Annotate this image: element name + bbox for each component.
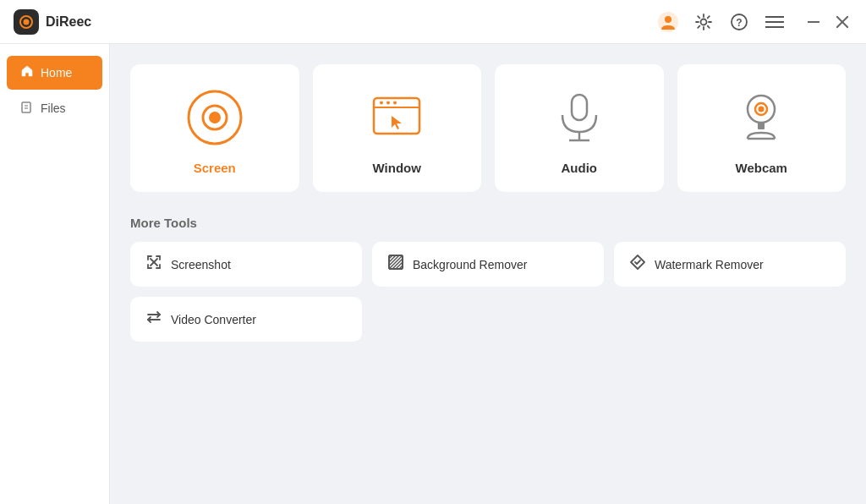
svg-point-3 bbox=[665, 16, 671, 23]
screen-card[interactable]: Screen bbox=[130, 64, 299, 192]
svg-text:?: ? bbox=[736, 17, 742, 29]
recording-cards: Screen Window bbox=[130, 64, 846, 192]
menu-icon[interactable] bbox=[763, 10, 787, 34]
webcam-card[interactable]: Webcam bbox=[677, 64, 847, 192]
files-icon bbox=[20, 100, 34, 117]
title-bar-actions: ? bbox=[656, 10, 852, 34]
sidebar-item-home[interactable]: Home bbox=[7, 56, 102, 90]
app-body: Home Files bbox=[0, 44, 866, 504]
tool-watermark-remover[interactable]: Watermark Remover bbox=[614, 242, 846, 287]
watermark-remover-icon bbox=[629, 254, 646, 275]
svg-point-4 bbox=[701, 19, 707, 25]
webcam-label: Webcam bbox=[736, 161, 787, 175]
help-icon[interactable]: ? bbox=[727, 10, 751, 34]
tool-screenshot-label: Screenshot bbox=[171, 258, 231, 271]
video-converter-icon bbox=[145, 309, 162, 330]
tool-background-remover[interactable]: Background Remover bbox=[372, 242, 604, 287]
window-controls bbox=[803, 12, 852, 32]
sidebar-item-files[interactable]: Files bbox=[7, 91, 102, 125]
svg-rect-13 bbox=[22, 102, 30, 112]
main-content: Screen Window bbox=[110, 44, 866, 504]
svg-point-1 bbox=[24, 19, 30, 25]
settings-icon[interactable] bbox=[692, 10, 715, 34]
svg-point-21 bbox=[380, 101, 383, 105]
window-label: Window bbox=[373, 161, 421, 175]
app-name: DiReec bbox=[46, 14, 91, 30]
audio-label: Audio bbox=[562, 161, 598, 175]
sidebar: Home Files bbox=[0, 44, 110, 504]
more-tools-section: More Tools Screenshot bbox=[130, 216, 846, 342]
tool-video-converter-label: Video Converter bbox=[171, 313, 256, 326]
tool-watermark-remover-label: Watermark Remover bbox=[655, 258, 764, 271]
minimize-button[interactable] bbox=[803, 12, 824, 32]
sidebar-files-label: Files bbox=[41, 101, 66, 115]
logo-icon bbox=[14, 9, 39, 35]
svg-rect-30 bbox=[758, 123, 765, 129]
audio-card[interactable]: Audio bbox=[495, 64, 664, 192]
audio-icon bbox=[550, 88, 609, 147]
tool-background-remover-label: Background Remover bbox=[413, 258, 527, 271]
home-icon bbox=[20, 64, 34, 81]
tool-video-converter[interactable]: Video Converter bbox=[130, 297, 362, 342]
svg-point-23 bbox=[393, 101, 397, 105]
background-remover-icon bbox=[387, 254, 404, 275]
screen-label: Screen bbox=[194, 161, 236, 175]
svg-point-18 bbox=[209, 112, 221, 123]
close-button[interactable] bbox=[832, 12, 852, 32]
svg-rect-24 bbox=[572, 95, 587, 120]
window-icon bbox=[367, 88, 426, 147]
screen-icon bbox=[185, 88, 244, 147]
tool-screenshot[interactable]: Screenshot bbox=[130, 242, 362, 287]
svg-point-22 bbox=[386, 101, 390, 105]
tools-grid: Screenshot bbox=[130, 242, 846, 342]
user-icon[interactable] bbox=[656, 10, 680, 34]
svg-point-29 bbox=[759, 107, 765, 112]
app-logo: DiReec bbox=[14, 9, 91, 35]
webcam-icon bbox=[732, 88, 791, 147]
title-bar: DiReec ? bbox=[0, 0, 866, 44]
sidebar-home-label: Home bbox=[41, 66, 72, 79]
screenshot-icon bbox=[145, 254, 162, 275]
more-tools-title: More Tools bbox=[130, 216, 846, 230]
window-card[interactable]: Window bbox=[313, 64, 482, 192]
